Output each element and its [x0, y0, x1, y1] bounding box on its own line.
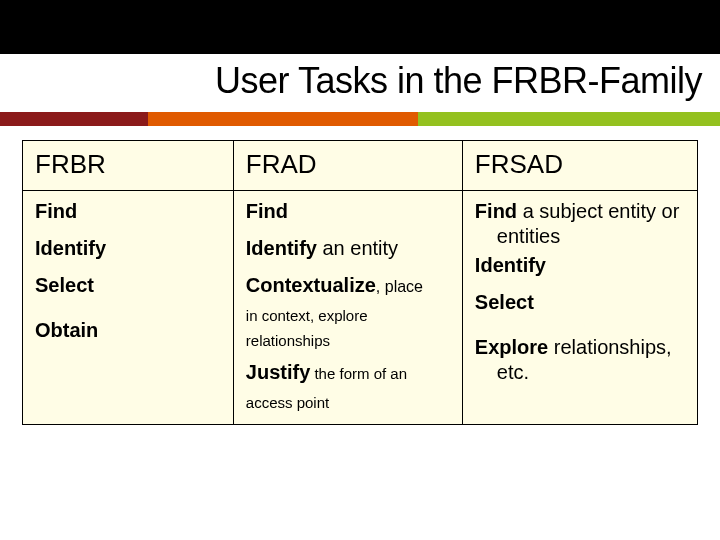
frbr-select: Select — [35, 274, 94, 296]
header-frbr: FRBR — [23, 141, 234, 191]
cell-frad-tasks: Find Identify an entity Contextualize, p… — [233, 191, 462, 425]
slide-title: User Tasks in the FRBR-Family — [0, 54, 720, 112]
comparison-table: FRBR FRAD FRSAD Find Identify Select Obt… — [22, 140, 698, 425]
cell-frbr-tasks: Find Identify Select Obtain — [23, 191, 234, 425]
frsad-explore-sub: etc. — [475, 360, 685, 385]
frsad-explore-rest: relationships, — [548, 336, 671, 358]
header-frsad: FRSAD — [462, 141, 697, 191]
frsad-find-sub: entities — [475, 224, 685, 249]
frbr-find: Find — [35, 200, 77, 222]
slide: User Tasks in the FRBR-Family FRBR FRAD … — [0, 0, 720, 540]
table-body-row: Find Identify Select Obtain Find Identif… — [23, 191, 698, 425]
frad-justify-sub: access point — [246, 394, 329, 411]
frbr-identify: Identify — [35, 237, 106, 259]
content-area: FRBR FRAD FRSAD Find Identify Select Obt… — [0, 126, 720, 425]
table-header-row: FRBR FRAD FRSAD — [23, 141, 698, 191]
frad-justify-rest: the form of an — [310, 365, 407, 382]
cell-frsad-tasks: Find a subject entity orentities Identif… — [462, 191, 697, 425]
frad-justify-b: Justify — [246, 361, 310, 383]
header-black-bar — [0, 0, 720, 54]
stripe-green — [418, 112, 720, 126]
frad-find: Find — [246, 200, 288, 222]
frsad-identify: Identify — [475, 254, 546, 276]
color-stripe — [0, 112, 720, 126]
frad-context-sub: in context, explore relationships — [246, 307, 368, 349]
frad-context-rest: , place — [376, 278, 423, 295]
frsad-find-b: Find — [475, 200, 517, 222]
stripe-orange — [148, 112, 418, 126]
frsad-select: Select — [475, 291, 534, 313]
frsad-find-rest: a subject entity or — [517, 200, 679, 222]
frad-identify-b: Identify — [246, 237, 317, 259]
frbr-obtain: Obtain — [35, 319, 98, 341]
header-frad: FRAD — [233, 141, 462, 191]
frad-identify-rest: an entity — [317, 237, 398, 259]
frsad-explore-b: Explore — [475, 336, 548, 358]
stripe-red — [0, 112, 148, 126]
frad-context-b: Contextualize — [246, 274, 376, 296]
